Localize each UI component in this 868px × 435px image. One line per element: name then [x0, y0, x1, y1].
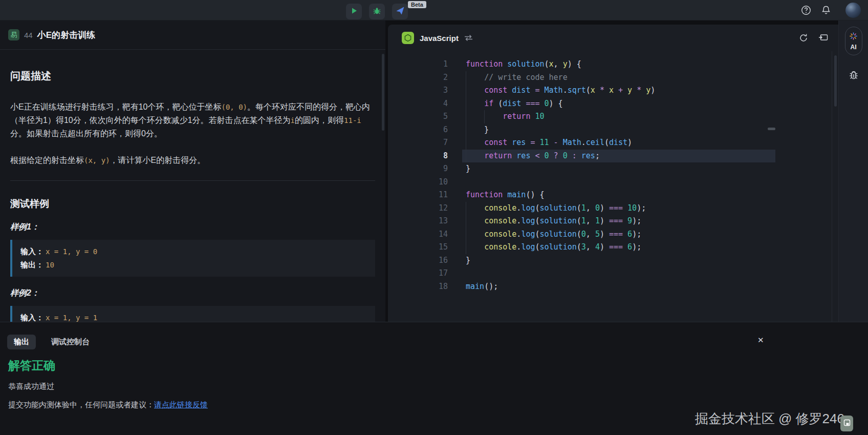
beta-badge: Beta — [408, 1, 426, 8]
watermark: 掘金技术社区 @ 修罗246 — [695, 410, 844, 428]
problem-title: 小E的射击训练 — [37, 29, 95, 41]
help-icon[interactable] — [800, 5, 812, 16]
run-button[interactable] — [346, 4, 362, 19]
code-line[interactable]: 11function main() { — [388, 189, 838, 202]
line-number: 12 — [388, 202, 448, 215]
line-number: 17 — [388, 267, 448, 280]
line-number: 11 — [388, 189, 448, 202]
difficulty-badge: 易 — [8, 29, 19, 40]
code-line[interactable]: 1function solution(x, y) { — [388, 58, 838, 71]
code-line[interactable]: 4 if (dist === 0) { — [388, 97, 838, 111]
paper-plane-icon — [396, 7, 404, 16]
line-number: 18 — [388, 280, 448, 294]
ai-assistant-button[interactable]: AI — [845, 27, 862, 55]
line-number: 15 — [388, 241, 448, 254]
code-line[interactable]: 12 console.log(solution(1, 0) === 10); — [388, 202, 838, 215]
feedback-line: 提交功能内测体验中，任何问题或者建议：请点此链接反馈 — [8, 400, 868, 410]
editor-scrollbar-track[interactable] — [832, 51, 838, 322]
problem-panel-scrollbar-thumb[interactable] — [382, 54, 384, 131]
editor-header: JavaScript — [388, 25, 838, 51]
user-avatar[interactable] — [845, 3, 861, 18]
code-line[interactable]: 17 — [388, 267, 838, 280]
tab-debug-console[interactable]: 调试控制台 — [45, 335, 96, 349]
line-number: 7 — [388, 136, 448, 150]
description-paragraphs: 小E正在训练场进行射击练习，靶有10个环，靶心位于坐标(0, 0)。每个环对应不… — [10, 100, 375, 167]
app: { "topbar": { "beta_label": "Beta" }, "p… — [0, 0, 868, 435]
problem-content: 问题描述 小E正在训练场进行射击练习，靶有10个环，靶心位于坐标(0, 0)。每… — [0, 69, 385, 322]
output-panel: 输出 调试控制台 ✕ 解答正确 恭喜成功通过 提交功能内测体验中，任何问题或者建… — [0, 322, 868, 435]
code-line[interactable]: 18main(); — [388, 280, 838, 294]
overview-ruler-marker — [768, 128, 775, 130]
line-number: 9 — [388, 162, 448, 176]
problem-panel[interactable]: 易 44 小E的射击训练 问题描述 小E正在训练场进行射击练习，靶有10个环，靶… — [0, 20, 385, 322]
line-number: 1 — [388, 58, 448, 71]
nodejs-icon — [402, 32, 414, 44]
sample-row: 输入：x = 1, y = 1 — [20, 311, 367, 322]
reset-code-icon[interactable] — [799, 33, 808, 43]
code-line[interactable]: 16} — [388, 254, 838, 267]
problem-header: 易 44 小E的射击训练 — [0, 20, 385, 50]
code-line[interactable]: 10 — [388, 176, 838, 189]
sample-block: 输入：x = 1, y = 1输出： — [10, 306, 375, 322]
samples-heading: 测试样例 — [10, 197, 375, 211]
line-number: 8 — [388, 150, 448, 163]
code-editor[interactable]: 1function solution(x, y) {2 // write cod… — [388, 51, 838, 293]
code-line[interactable]: 13 console.log(solution(1, 1) === 9); — [388, 215, 838, 228]
close-icon[interactable]: ✕ — [757, 336, 764, 345]
sample-label: 样例2： — [10, 288, 375, 299]
description-paragraph: 小E正在训练场进行射击练习，靶有10个环，靶心位于坐标(0, 0)。每个环对应不… — [10, 100, 375, 140]
save-widget-icon — [843, 419, 851, 428]
line-number: 13 — [388, 215, 448, 228]
code-line[interactable]: 14 console.log(solution(0, 5) === 6); — [388, 228, 838, 241]
line-number: 10 — [388, 176, 448, 189]
bell-icon[interactable] — [820, 5, 832, 16]
editor-panel: JavaScript 1function solution(x, y) {2 /… — [388, 25, 838, 322]
description-paragraph: 根据给定的射击坐标(x, y)，请计算小E的射击得分。 — [10, 154, 375, 167]
line-number: 5 — [388, 110, 448, 123]
report-bug-icon[interactable] — [848, 70, 860, 81]
topbar: Beta — [0, 0, 868, 20]
sample-label: 样例1： — [10, 222, 375, 233]
line-number: 4 — [388, 97, 448, 111]
sample-row: 输出：10 — [20, 258, 367, 272]
line-number: 14 — [388, 228, 448, 241]
editor-actions — [799, 33, 828, 43]
right-rail: AI — [838, 20, 868, 322]
language-label: JavaScript — [420, 34, 459, 43]
result-title: 解答正确 — [8, 358, 868, 374]
submit-button[interactable] — [392, 4, 408, 19]
code-lines: 1function solution(x, y) {2 // write cod… — [388, 58, 838, 293]
floating-widget-button[interactable] — [840, 416, 853, 431]
ai-sparkle-icon — [849, 32, 858, 42]
code-line[interactable]: 9} — [388, 162, 838, 176]
code-line[interactable]: 7 const res = 11 - Math.ceil(dist) — [388, 136, 838, 150]
code-line[interactable]: 8 return res < 0 ? 0 : res; — [388, 150, 838, 163]
line-number: 2 — [388, 71, 448, 85]
tab-output[interactable]: 输出 — [7, 335, 36, 349]
feedback-link[interactable]: 请点此链接反馈 — [154, 400, 208, 409]
line-number: 16 — [388, 254, 448, 267]
line-number: 3 — [388, 84, 448, 97]
line-number: 6 — [388, 123, 448, 137]
output-tabs: 输出 调试控制台 ✕ — [0, 322, 868, 349]
sample-row: 输入：x = 1, y = 0 — [20, 245, 367, 258]
switch-language-icon[interactable] — [464, 34, 473, 42]
code-line[interactable]: 5 return 10 — [388, 110, 838, 123]
ai-label: AI — [851, 44, 857, 51]
editor-scrollbar-thumb[interactable] — [834, 55, 837, 107]
description-heading: 问题描述 — [10, 69, 375, 83]
code-line[interactable]: 3 const dist = Math.sqrt(x * x + y * y) — [388, 84, 838, 97]
bug-icon — [373, 7, 381, 16]
problem-id: 44 — [24, 31, 33, 39]
feedback-text: 提交功能内测体验中，任何问题或者建议： — [8, 400, 154, 409]
samples-list: 样例1：输入：x = 1, y = 0输出：10样例2：输入：x = 1, y … — [10, 222, 375, 322]
sample-block: 输入：x = 1, y = 0输出：10 — [10, 240, 375, 277]
debug-run-button[interactable] — [369, 4, 385, 19]
format-code-icon[interactable] — [818, 34, 828, 42]
section-divider — [10, 180, 375, 181]
code-line[interactable]: 2 // write code here — [388, 71, 838, 85]
code-line[interactable]: 15 console.log(solution(3, 4) === 6); — [388, 241, 838, 254]
result-message: 恭喜成功通过 — [8, 382, 868, 391]
play-icon — [351, 7, 358, 16]
